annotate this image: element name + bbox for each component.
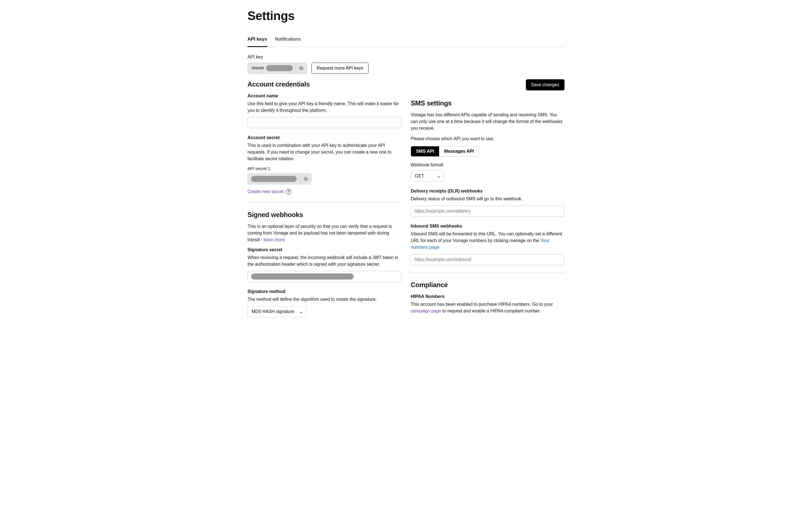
sms-settings-heading: SMS settings: [411, 98, 565, 108]
dlr-webhook-input[interactable]: [411, 206, 565, 217]
webhook-format-select[interactable]: GET: [411, 171, 444, 182]
signature-secret-label: Signature secret: [247, 247, 401, 253]
sms-api-toggle: SMS API Messages API: [411, 146, 479, 157]
svg-rect-3: [304, 177, 307, 180]
account-secret-desc: This is used in combination with your AP…: [247, 142, 401, 162]
help-icon[interactable]: ?: [286, 189, 291, 195]
save-changes-button[interactable]: Save changes: [526, 79, 565, 90]
campaign-page-link[interactable]: campaign page: [411, 308, 441, 313]
messages-api-option[interactable]: Messages API: [439, 146, 479, 156]
account-credentials-heading: Account credentials: [247, 79, 401, 89]
request-more-api-keys-button[interactable]: Request more API keys: [311, 62, 368, 74]
webhook-format-label: Webhook format: [411, 162, 565, 168]
account-secret-label: Account secret: [247, 134, 401, 141]
inbound-webhook-input[interactable]: [411, 254, 565, 265]
signature-method-label: Signature method: [247, 288, 401, 295]
account-name-input[interactable]: [247, 117, 401, 128]
signature-method-desc: The method will define the algorithm use…: [247, 296, 401, 303]
signed-webhooks-desc: This is an optional layer of security so…: [247, 223, 401, 243]
api-secret-redacted: [251, 176, 297, 182]
copy-icon: [299, 66, 304, 71]
signature-secret-box: [247, 271, 401, 282]
signature-method-value: MD5 HASH signature: [252, 308, 294, 315]
hipaa-numbers-desc: This account has been enabled to purchas…: [411, 301, 565, 314]
learn-more-link[interactable]: learn more: [264, 237, 285, 242]
signature-method-select[interactable]: MD5 HASH signature: [247, 306, 307, 317]
api-key-redacted: [266, 65, 293, 71]
api-key-prefix: Master: [248, 65, 266, 71]
compliance-heading: Compliance: [411, 280, 565, 290]
inbound-webhooks-desc: Inbound SMS will be forwarded to this UR…: [411, 230, 565, 251]
sms-choose-text: Please choose which API you want to use.: [411, 135, 565, 142]
account-name-label: Account name: [247, 93, 401, 99]
api-key-value-box: Master: [247, 62, 307, 74]
tab-api-keys[interactable]: API keys: [247, 33, 267, 47]
webhook-format-value: GET: [415, 173, 424, 179]
tab-notifications[interactable]: Notifications: [275, 33, 301, 47]
hipaa-numbers-label: HIPAA Numbers: [411, 293, 565, 300]
svg-rect-1: [300, 67, 302, 69]
copy-api-secret-button[interactable]: [300, 174, 311, 184]
svg-rect-2: [305, 178, 308, 180]
signature-secret-desc: When receiving a request, the incoming w…: [247, 254, 401, 268]
copy-api-key-button[interactable]: [296, 63, 307, 74]
divider: [247, 202, 401, 203]
create-new-secret-link[interactable]: Create new secret: [247, 188, 284, 195]
inbound-webhooks-label: Inbound SMS webhooks: [411, 223, 565, 229]
signature-secret-redacted: [251, 273, 354, 280]
sms-settings-desc: Vonage has two different APIs capable of…: [411, 112, 565, 132]
svg-rect-0: [300, 67, 303, 70]
api-secret-1-label: API secret 1: [247, 166, 401, 172]
dlr-webhooks-label: Delivery receipts (DLR) webhooks: [411, 188, 565, 195]
tabs: API keys Notifications: [247, 33, 565, 47]
page-title: Settings: [247, 7, 565, 25]
account-name-desc: Use this field to give your API key a fr…: [247, 100, 401, 114]
copy-icon: [303, 176, 308, 181]
api-key-label: API key: [247, 54, 565, 60]
signed-webhooks-heading: Signed webhooks: [247, 210, 401, 220]
sms-api-option[interactable]: SMS API: [411, 146, 439, 156]
api-secret-value-box: [247, 173, 311, 184]
dlr-webhooks-desc: Delivery status of outbound SMS will go …: [411, 196, 565, 202]
